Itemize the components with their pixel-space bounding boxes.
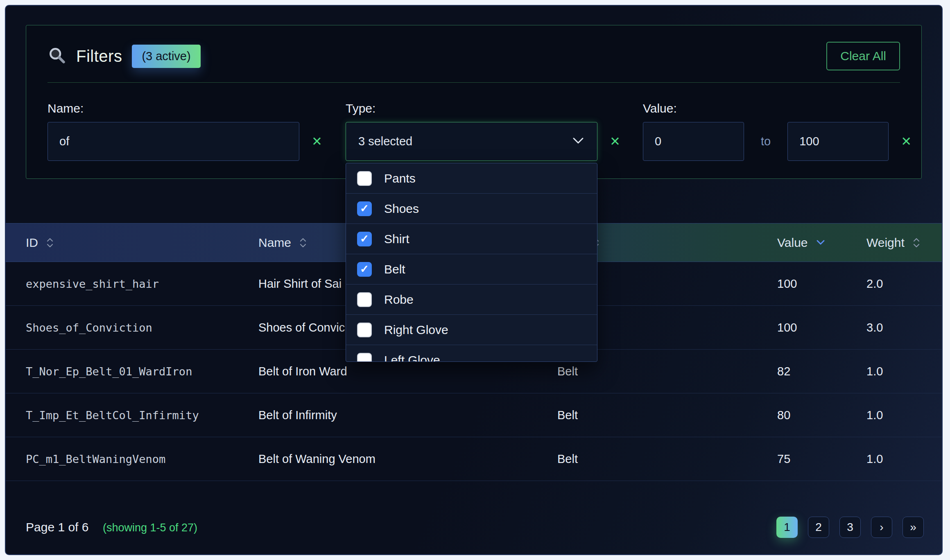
value-filter-group: Value: to ✕ (643, 102, 914, 161)
page-button-3[interactable]: 3 (839, 517, 861, 538)
cell-value: 82 (777, 350, 866, 393)
value-max-input[interactable] (787, 122, 889, 161)
cell-id: T_Imp_Et_BeltCol_Infirmity (6, 393, 258, 437)
clear-all-button[interactable]: Clear All (826, 42, 900, 70)
option-checkbox[interactable]: ✓ (357, 201, 372, 216)
showing-count: (showing 1-5 of 27) (103, 522, 197, 534)
table-row: PC_m1_BeltWaningVenom Belt of Waning Ven… (6, 437, 942, 481)
last-page-button[interactable]: » (902, 517, 924, 538)
dropdown-option[interactable]: ✓ Shirt (346, 224, 597, 254)
cell-weight: 1.0 (866, 350, 942, 393)
cell-id: T_Nor_Ep_Belt_01_WardIron (6, 350, 258, 393)
sort-desc-icon (815, 239, 826, 246)
option-checkbox[interactable] (357, 171, 372, 186)
cell-weight: 1.0 (866, 437, 942, 481)
clear-type-filter-button[interactable]: ✕ (607, 133, 623, 150)
filters-title: Filters (76, 47, 122, 65)
cell-id: PC_m1_BeltWaningVenom (6, 437, 258, 481)
option-checkbox[interactable] (357, 353, 372, 362)
pagination-status-group: Page 1 of 6 (showing 1-5 of 27) (26, 520, 197, 534)
sort-neutral-icon (299, 237, 308, 249)
option-checkbox[interactable] (357, 323, 372, 337)
option-label: Left Glove (384, 353, 440, 362)
column-header-id[interactable]: ID (6, 224, 258, 262)
dropdown-option[interactable]: Robe (346, 285, 597, 315)
type-filter-group: Type: 3 selected ✕ Pants (346, 102, 623, 161)
dropdown-option[interactable]: Right Glove (346, 315, 597, 345)
page-button-1[interactable]: 1 (776, 517, 798, 538)
filters-header: Filters (3 active) Clear All (48, 42, 900, 83)
cell-weight: 3.0 (866, 306, 942, 349)
column-header-value[interactable]: Value (777, 224, 866, 262)
option-label: Pants (384, 172, 416, 185)
filters-panel: Filters (3 active) Clear All Name: ✕ Typ… (26, 25, 922, 179)
magnifier-icon (48, 46, 66, 66)
column-label: Name (258, 236, 291, 250)
option-checkbox[interactable] (357, 292, 372, 307)
type-select-value: 3 selected (358, 135, 412, 148)
clear-value-filter-button[interactable]: ✕ (898, 133, 914, 150)
name-filter-input[interactable] (48, 122, 299, 161)
column-header-weight[interactable]: Weight (866, 224, 942, 262)
active-filters-badge: (3 active) (132, 45, 200, 68)
column-label: Value (777, 236, 808, 250)
next-page-button[interactable]: › (871, 517, 892, 538)
cell-value: 75 (777, 437, 866, 481)
type-filter-label: Type: (346, 102, 623, 115)
cell-value: 100 (777, 262, 866, 305)
value-min-input[interactable] (643, 122, 744, 161)
option-label: Shirt (384, 232, 409, 246)
page-status: Page 1 of 6 (26, 520, 88, 534)
dropdown-option[interactable]: ✓ Belt (346, 254, 597, 285)
to-label: to (761, 135, 771, 148)
cell-value: 100 (777, 306, 866, 349)
cell-value: 80 (777, 393, 866, 437)
dropdown-option[interactable]: Left Glove (346, 345, 597, 362)
page-button-2[interactable]: 2 (808, 517, 829, 538)
cell-type: Belt (557, 393, 777, 437)
sort-neutral-icon (912, 237, 921, 249)
type-filter-select[interactable]: 3 selected (346, 122, 597, 161)
sort-neutral-icon (45, 237, 54, 249)
clear-name-filter-button[interactable]: ✕ (309, 133, 325, 150)
filters-title-group: Filters (3 active) (48, 45, 201, 68)
value-filter-label: Value: (643, 102, 914, 115)
cell-type: Belt (557, 437, 777, 481)
option-checkbox[interactable]: ✓ (357, 232, 372, 246)
option-label: Belt (384, 262, 405, 276)
column-label: Weight (866, 236, 905, 250)
cell-weight: 1.0 (866, 393, 942, 437)
name-filter-group: Name: ✕ (48, 102, 325, 161)
cell-id: Shoes_of_Conviction (6, 306, 258, 349)
type-filter-dropdown: Pants ✓ Shoes ✓ Shirt ✓ Belt Robe Right … (346, 163, 597, 362)
table-footer: Page 1 of 6 (showing 1-5 of 27) 123›» (6, 517, 942, 538)
cell-weight: 2.0 (866, 262, 942, 305)
app-container: Filters (3 active) Clear All Name: ✕ Typ… (5, 5, 943, 555)
cell-name: Belt of Waning Venom (258, 437, 557, 481)
option-label: Robe (384, 293, 414, 307)
dropdown-option[interactable]: ✓ Shoes (346, 194, 597, 224)
chevron-down-icon (572, 137, 585, 147)
cell-id: expensive_shirt_hair (6, 262, 258, 305)
column-label: ID (26, 236, 38, 250)
pagination-buttons: 123›» (776, 517, 924, 538)
name-filter-label: Name: (48, 102, 325, 115)
table-row: T_Imp_Et_BeltCol_Infirmity Belt of Infir… (6, 393, 942, 437)
filters-body: Name: ✕ Type: 3 selected (48, 102, 900, 161)
option-label: Shoes (384, 202, 419, 216)
cell-name: Belt of Infirmity (258, 393, 557, 437)
dropdown-option[interactable]: Pants (346, 163, 597, 194)
option-checkbox[interactable]: ✓ (357, 262, 372, 277)
option-label: Right Glove (384, 323, 448, 337)
